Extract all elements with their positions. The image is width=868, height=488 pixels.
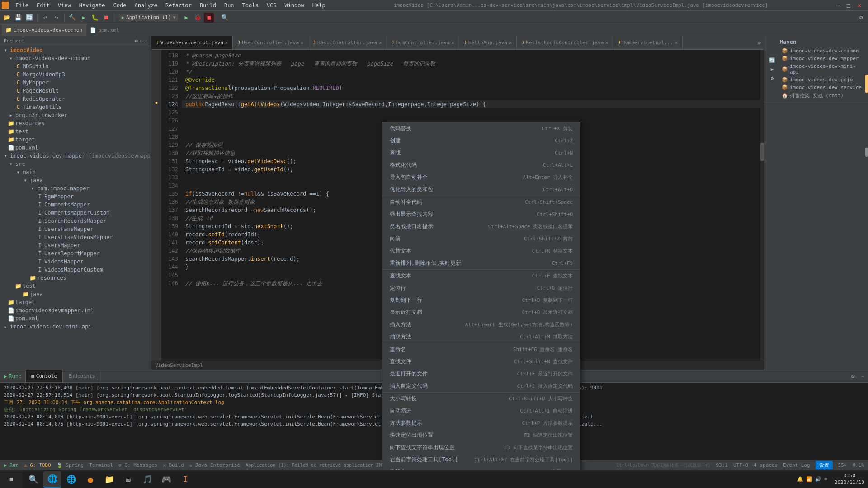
sidebar-item-target[interactable]: 📁 target <box>0 136 151 144</box>
taskbar-music[interactable]: 🎵 <box>138 471 156 488</box>
search-everywhere-button[interactable]: 🔍 <box>220 13 230 23</box>
sidebar-item-target2[interactable]: 📁 target <box>0 298 151 306</box>
start-button[interactable]: ⊞ <box>0 470 23 488</box>
sidebar-item-bgmmapper[interactable]: I BgmMapper <box>0 192 151 201</box>
sidebar-item-dev-common[interactable]: ▾ imooc-videos-dev-common <box>0 54 151 62</box>
sidebar-item-commentsmappercustom[interactable]: I CommentsMapperCustom <box>0 209 151 217</box>
sidebar-item-test2[interactable]: 📁 test <box>0 282 151 290</box>
tab-helloapp[interactable]: J HelloApp.java ✕ <box>459 36 517 49</box>
sidebar-gear-icon[interactable]: ≡ <box>140 38 143 44</box>
debug-button[interactable]: 🐛 <box>90 13 100 23</box>
sidebar-item-test[interactable]: 📁 test <box>0 127 151 136</box>
taskbar-edge[interactable]: 🌐 <box>43 471 61 488</box>
run-panel-tab[interactable]: ▶ Run: <box>0 370 26 382</box>
tab-basiccontroller[interactable]: J BasicController.java ✕ <box>308 36 387 49</box>
taskbar-mail[interactable]: ✉ <box>119 471 137 488</box>
sidebar-item-usersmapper[interactable]: I UsersMapper <box>0 241 151 249</box>
maven-item-root[interactable]: 🏠 抖音控架-实战 (root) <box>780 91 864 100</box>
event-log[interactable]: Event Log <box>783 462 810 468</box>
project-tab[interactable]: 📁 imooc-videos-dev-common <box>2 24 86 36</box>
tab-close-icon[interactable]: ✕ <box>605 40 608 45</box>
encoding[interactable]: UTF-8 <box>733 462 748 468</box>
tab-close-icon[interactable]: ✕ <box>675 40 678 45</box>
minimize-button[interactable]: ─ <box>833 0 843 10</box>
maven-refresh-icon[interactable]: 🔄 <box>768 56 776 65</box>
save-button[interactable]: 💾 <box>13 13 23 23</box>
maximize-button[interactable]: □ <box>844 0 854 10</box>
taskbar-time[interactable]: 0:50 2020/11/10 <box>831 473 868 486</box>
sidebar-item-pagedresult[interactable]: C PagedResult <box>0 87 151 95</box>
sidebar-item-searchrecordsmapper[interactable]: I SearchRecordsMapper <box>0 217 151 225</box>
sync-button[interactable]: 🔄 <box>24 13 34 23</box>
editor-scrollbar[interactable] <box>760 50 764 361</box>
taskbar-explorer[interactable]: 📁 <box>100 471 118 488</box>
maven-item-service[interactable]: 📦 imooc-videos-dev-service <box>780 84 864 91</box>
sidebar-item-userslikevideomapper[interactable]: I UsersLikeVideosMapper <box>0 233 151 241</box>
messages-status[interactable]: ⊙ 0: Messages <box>118 462 157 468</box>
terminal-status[interactable]: Terminal <box>89 462 113 468</box>
sidebar-item-mapper-module[interactable]: ▾ imooc-videos-dev-mapper [imoocvideosde… <box>0 152 151 160</box>
redo-button[interactable]: ↪ <box>52 13 61 23</box>
run-status[interactable]: ▶ Run <box>4 462 19 468</box>
maven-item-mapper[interactable]: 📦 imooc-videos-dev-mapper <box>780 55 864 62</box>
console-tab[interactable]: ▦ Console <box>26 370 63 382</box>
git-status[interactable]: 设置 <box>816 461 833 469</box>
todo-status[interactable]: ⚠ 6: TODO <box>24 462 51 468</box>
maven-item-common[interactable]: 📦 imooc-videos-dev-common <box>780 47 864 55</box>
sidebar-item-resources[interactable]: 📁 resources <box>0 119 151 127</box>
sidebar-item-src[interactable]: ▾ src <box>0 160 151 168</box>
maven-item-pojo[interactable]: 📦 imooc-videos-dev-pojo <box>780 76 864 84</box>
taskbar-game[interactable]: 🎮 <box>157 471 175 488</box>
maven-settings-icon[interactable]: ⚙ <box>768 75 776 83</box>
sidebar-item-idworker[interactable]: ▸ org.n3r.idworker <box>0 111 151 119</box>
build-button[interactable]: 🔨 <box>67 13 77 23</box>
tab-bgmserviceimpl[interactable]: J BgmServiceImpl... ✕ <box>613 36 683 49</box>
spring-status[interactable]: 🍃 Spring <box>57 462 84 468</box>
stop-button[interactable]: ⏹ <box>101 13 111 23</box>
zoom-control[interactable]: 55× <box>838 462 847 468</box>
sidebar-item-usersfansmapper[interactable]: I UsersFansMapper <box>0 225 151 233</box>
maven-run-icon[interactable]: ▶ <box>768 66 776 74</box>
code-text[interactable]: * @param pageSize * @Description: 分页查询视频… <box>182 50 760 361</box>
console-settings-icon[interactable]: ⚙ <box>848 371 858 381</box>
endpoints-tab[interactable]: Endpoints <box>63 370 101 382</box>
run-button[interactable]: ▶ <box>79 13 89 23</box>
menu-code[interactable]: Code <box>110 1 130 9</box>
sidebar-item-mymapper[interactable]: C MyMapper <box>0 79 151 87</box>
tab-resistlogin[interactable]: J ResistLoginController.java ✕ <box>517 36 613 49</box>
console-minimize-icon[interactable]: − <box>858 371 868 381</box>
sidebar-item-mdsutils[interactable]: C MDSUtils <box>0 62 151 70</box>
menu-run[interactable]: Run <box>221 1 238 9</box>
tab-close-icon[interactable]: ✕ <box>225 40 228 45</box>
tab-close-icon[interactable]: ✕ <box>379 40 382 45</box>
sidebar-item-mapper-pkg[interactable]: ▾ com.imooc.mapper <box>0 184 151 192</box>
tab-close-icon[interactable]: ✕ <box>301 40 303 45</box>
menu-help[interactable]: Help <box>309 1 329 9</box>
close-button[interactable]: ✕ <box>854 0 864 10</box>
pom-tab[interactable]: 📄 pom.xml <box>86 24 123 36</box>
menu-build[interactable]: Build <box>196 1 220 9</box>
cursor-position[interactable]: 93:1 <box>716 462 728 468</box>
more-tabs-button[interactable]: » <box>754 38 764 48</box>
sidebar-item-pom2[interactable]: 📄 pom.xml <box>0 314 151 323</box>
menu-vcs[interactable]: VCS <box>263 1 280 9</box>
enterprise-status[interactable]: ☕ Java Enterprise <box>189 462 241 468</box>
tab-close-icon[interactable]: ✕ <box>509 40 512 45</box>
taskbar-orange[interactable]: ● <box>81 471 99 488</box>
sidebar-item-videosmapper[interactable]: I VideosMapper <box>0 258 151 266</box>
taskbar-idea[interactable]: I <box>176 471 194 488</box>
tab-usercontroller[interactable]: J UserController.java ✕ <box>233 36 308 49</box>
run-action-button[interactable]: ▶ <box>181 13 191 23</box>
sidebar-item-redisoperator[interactable]: C RedisOperator <box>0 95 151 103</box>
spaces-info[interactable]: 4 spaces <box>754 462 778 468</box>
sidebar-item-videosmappercustom[interactable]: I VideosMapperCustom <box>0 266 151 274</box>
sidebar-item-miniapi[interactable]: ▸ imooc-videos-dev-mini-api <box>0 323 151 331</box>
taskbar-browser[interactable]: 🌐 <box>62 471 80 488</box>
sidebar-item-iml[interactable]: 📄 imoocvideosdevmapper.iml <box>0 306 151 314</box>
menu-edit[interactable]: Edit <box>33 1 53 9</box>
run-config-selector[interactable]: ▶ Application (1) ▼ <box>119 14 178 21</box>
settings-button[interactable]: ⚙ <box>856 13 866 23</box>
sidebar-item-mergevideo[interactable]: C MergeVideoMp3 <box>0 70 151 79</box>
menu-analyze[interactable]: Analyze <box>131 1 161 9</box>
sidebar-item-java[interactable]: ▾ java <box>0 176 151 184</box>
